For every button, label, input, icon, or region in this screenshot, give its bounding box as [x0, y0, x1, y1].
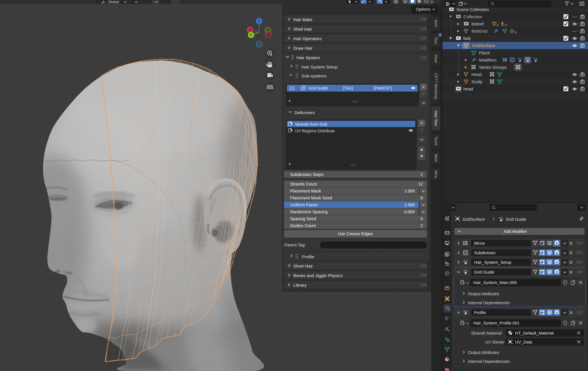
- svg-text:Z: Z: [258, 19, 260, 23]
- svg-text:X: X: [249, 28, 251, 32]
- svg-text:Y: Y: [250, 33, 252, 37]
